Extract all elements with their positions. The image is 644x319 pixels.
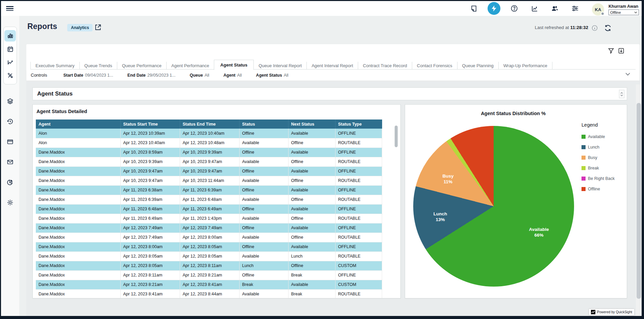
table-cell: ROUTABLE bbox=[335, 157, 382, 166]
settings-sliders-icon[interactable] bbox=[570, 3, 580, 14]
sidebar-item-trends[interactable] bbox=[4, 56, 16, 68]
tab-executive-summary[interactable]: Executive Summary bbox=[30, 62, 79, 70]
table-row[interactable]: Dane.MaddoxApr 12, 2023 8:11amApr 12, 20… bbox=[36, 270, 382, 280]
table-row[interactable]: Dane.MaddoxApr 11, 2023 6:39amApr 11, 20… bbox=[36, 195, 382, 204]
table-cell: Available bbox=[288, 204, 335, 214]
sidebar-item-schedule[interactable] bbox=[4, 43, 16, 55]
table-row[interactable]: Dane.MaddoxApr 11, 2023 6:48amApr 11, 20… bbox=[36, 204, 382, 214]
controls-expand-icon[interactable] bbox=[625, 73, 630, 76]
info-icon[interactable] bbox=[592, 25, 598, 31]
tab-agent-performance[interactable]: Agent Performance bbox=[166, 62, 214, 70]
sidebar-item-mail[interactable] bbox=[4, 156, 16, 168]
user-name: Khurram Awan bbox=[609, 4, 638, 9]
table-row[interactable]: Dane.MaddoxApr 12, 2023 7:49amApr 12, 20… bbox=[36, 223, 382, 233]
table-row[interactable]: Dane.MaddoxApr 12, 2023 8:05amApr 12, 20… bbox=[36, 251, 382, 261]
tab-agent-interval-report[interactable]: Agent Interval Report bbox=[306, 62, 358, 70]
table-cell: Apr 12, 2023 8:05am bbox=[120, 261, 180, 270]
table-cell: Apr 12, 2023 7:49am bbox=[120, 233, 180, 242]
brush-edit-icon bbox=[7, 72, 14, 79]
sidebar-item-dashboards[interactable] bbox=[4, 177, 16, 188]
sheet-spinner-control[interactable] bbox=[619, 90, 624, 98]
page-scrollbar[interactable] bbox=[636, 84, 642, 316]
table-cell: Break bbox=[288, 289, 335, 298]
download-icon[interactable] bbox=[618, 48, 624, 54]
sidebar-item-layers[interactable] bbox=[4, 96, 16, 107]
table-row[interactable]: Dane.MaddoxApr 10, 2023 9:47amApr 10, 20… bbox=[36, 176, 382, 185]
hamburger-menu-icon[interactable] bbox=[6, 5, 14, 11]
column-header[interactable]: Status Type bbox=[335, 119, 382, 129]
control-end-date[interactable]: End Date29/05/2023 1... bbox=[127, 73, 176, 78]
table-row[interactable]: Dane.MaddoxApr 11, 2023 6:38amApr 11, 20… bbox=[36, 185, 382, 195]
quick-actions-icon[interactable] bbox=[488, 2, 500, 15]
layers-icon bbox=[7, 98, 14, 105]
history-icon bbox=[7, 118, 14, 125]
column-header[interactable]: Next Status bbox=[288, 119, 335, 129]
table-row[interactable]: AlonApr 12, 2023 10:39amApr 12, 2023 10:… bbox=[36, 129, 382, 138]
table-cell: Apr 10, 2023 9:47am bbox=[120, 166, 180, 176]
control-queue[interactable]: QueueAll bbox=[190, 73, 209, 78]
gear-icon bbox=[7, 199, 14, 206]
sidebar-item-settings[interactable] bbox=[4, 197, 16, 208]
control-agent-status[interactable]: Agent StatusAll bbox=[256, 73, 289, 78]
tab-wrap-up-performance[interactable]: Wrap-Up Performance bbox=[498, 62, 552, 70]
agent-status-select[interactable]: Offline bbox=[609, 9, 639, 15]
table-cell: Offline bbox=[239, 270, 288, 280]
agent-status-table: AgentStatus Start TimeStatus End TimeSta… bbox=[36, 119, 382, 298]
sidebar-item-browser[interactable] bbox=[4, 136, 16, 148]
avatar[interactable]: KA bbox=[592, 3, 604, 16]
column-header[interactable]: Status Start Time bbox=[120, 119, 180, 129]
metrics-icon[interactable] bbox=[529, 3, 540, 14]
table-row[interactable]: Dane.MaddoxApr 12, 2023 8:41amApr 12, 20… bbox=[36, 289, 382, 298]
control-start-date[interactable]: Start Date09/04/2023 1... bbox=[63, 73, 113, 78]
table-row[interactable]: Dane.MaddoxApr 10, 2023 8:59amApr 10, 20… bbox=[36, 148, 382, 157]
table-row[interactable]: Dane.MaddoxApr 12, 2023 7:49amApr 12, 20… bbox=[36, 233, 382, 242]
table-cell: Apr 12, 2023 8:00am bbox=[120, 242, 180, 251]
tab-agent-status[interactable]: Agent Status bbox=[214, 60, 254, 70]
table-cell: OFFLINE bbox=[335, 148, 382, 157]
legend-item-be-right-back[interactable]: Be Right Back bbox=[581, 176, 615, 181]
sidebar-item-history[interactable] bbox=[4, 116, 16, 127]
users-icon[interactable] bbox=[549, 3, 560, 14]
table-row[interactable]: Dane.MaddoxApr 12, 2023 8:21amApr 12, 20… bbox=[36, 280, 382, 289]
table-row[interactable]: Dane.MaddoxApr 12, 2023 8:00amApr 12, 20… bbox=[36, 242, 382, 251]
mail-icon bbox=[7, 159, 14, 165]
notes-icon[interactable] bbox=[468, 3, 479, 14]
legend-item-busy[interactable]: Busy bbox=[581, 155, 615, 160]
table-row[interactable]: AlonApr 12, 2023 10:40amApr 12, 2023 10:… bbox=[36, 138, 382, 148]
table-row[interactable]: Dane.MaddoxApr 12, 2023 8:05amApr 12, 20… bbox=[36, 261, 382, 270]
help-icon[interactable] bbox=[509, 3, 520, 14]
powered-by-quicksight-badge: Powered by QuickSight bbox=[589, 309, 634, 315]
column-header[interactable]: Agent bbox=[36, 119, 120, 129]
open-external-icon[interactable] bbox=[94, 24, 102, 31]
control-agent[interactable]: AgentAll bbox=[223, 73, 242, 78]
legend-item-lunch[interactable]: Lunch bbox=[581, 145, 615, 150]
page-scrollbar-thumb[interactable] bbox=[637, 103, 641, 299]
app-window: KA Khurram Awan Offline bbox=[0, 0, 644, 319]
tab-queue-performance[interactable]: Queue Performance bbox=[117, 62, 166, 70]
table-cell: Available bbox=[288, 148, 335, 157]
legend-item-offline[interactable]: Offline bbox=[581, 187, 615, 191]
sidebar-item-customize[interactable] bbox=[4, 70, 16, 81]
refresh-icon[interactable] bbox=[604, 24, 612, 32]
table-row[interactable]: Dane.MaddoxApr 11, 2023 6:49amApr 11, 20… bbox=[36, 214, 382, 223]
tab-queue-interval-report[interactable]: Queue Interval Report bbox=[254, 62, 306, 70]
column-header[interactable]: Status bbox=[239, 119, 288, 129]
legend-title: Legend bbox=[581, 122, 615, 128]
table-row[interactable]: Dane.MaddoxApr 10, 2023 9:47amApr 10, 20… bbox=[36, 166, 382, 176]
legend-label: Offline bbox=[588, 187, 600, 191]
tab-queue-planning[interactable]: Queue Planning bbox=[457, 62, 498, 70]
legend-item-break[interactable]: Break bbox=[581, 166, 615, 170]
table-scrollbar[interactable] bbox=[395, 126, 398, 147]
column-header[interactable]: Status End Time bbox=[180, 119, 239, 129]
legend-item-available[interactable]: Available bbox=[581, 134, 615, 139]
table-cell: Dane.Maddox bbox=[36, 270, 120, 280]
tab-contract-trace-record[interactable]: Contract Trace Record bbox=[358, 62, 412, 70]
table-cell: Dane.Maddox bbox=[36, 204, 120, 214]
sidebar-item-reports[interactable] bbox=[4, 30, 16, 42]
tab-contact-forensics[interactable]: Contact Forensics bbox=[412, 62, 457, 70]
table-row[interactable]: Dane.MaddoxApr 10, 2023 9:39amApr 10, 20… bbox=[36, 157, 382, 166]
table-cell: Dane.Maddox bbox=[36, 157, 120, 166]
filter-icon[interactable] bbox=[608, 48, 614, 54]
tab-queue-trends[interactable]: Queue Trends bbox=[79, 62, 117, 70]
pie-chart[interactable] bbox=[413, 126, 574, 287]
